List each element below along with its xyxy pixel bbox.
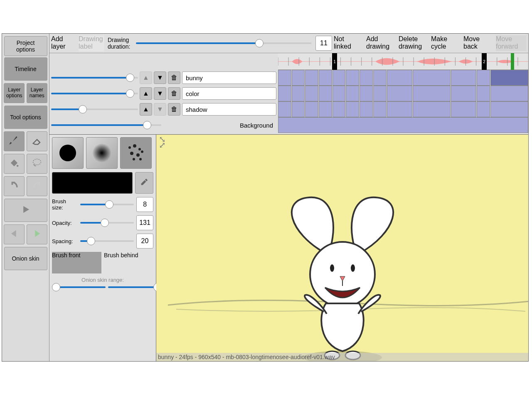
brush-size-slider[interactable] [80,204,134,205]
layer-opacity-slider-color[interactable] [51,93,138,94]
brush-order-row: Brush front Brush behind [52,252,153,273]
arrow-down-icon: ▼ [157,74,163,81]
brush-size-label: Brush size: [52,198,78,211]
svg-point-0 [17,165,19,167]
arrow-up-icon: ▲ [143,106,149,113]
opacity-slider[interactable] [80,222,134,224]
brush-tool-button[interactable] [4,131,25,151]
move-back-button[interactable]: Move back [463,35,494,51]
tool-options-button[interactable]: Tool options [4,106,47,129]
onion-after-slider[interactable] [108,286,162,288]
layer-opacity-slider-background[interactable] [51,124,161,126]
layer-opacity-slider-shadow[interactable] [51,108,138,110]
playhead[interactable] [511,53,514,70]
app-frame: Project options Timeline Layer options L… [2,33,529,362]
arrow-down-icon: ▼ [157,90,163,97]
layer-down-button-bunny[interactable]: ▼ [154,71,166,84]
timeline-body: ▲ ▼ 🗑 bunny ▲ ▼ 🗑 color [49,53,528,134]
play-icon [20,204,32,217]
drawing-duration-label: Drawing duration: [106,37,132,50]
onion-skin-button[interactable]: Onion skin [4,247,47,270]
layer-up-button-color[interactable]: ▲ [140,87,152,100]
status-bar: bunny - 24fps - 960x540 - mb-0803-longti… [156,353,528,361]
main: Project options Timeline Layer options L… [2,34,528,361]
svg-point-37 [330,264,334,272]
color-swatch[interactable] [52,172,133,194]
drawing-duration-value[interactable]: 11 [315,36,332,51]
make-cycle-button[interactable]: Make cycle [431,35,462,51]
drawing-duration-slider[interactable] [136,42,311,44]
eraser-icon [31,135,43,148]
expand-icon[interactable]: ⤡⤢ [159,136,165,148]
background-label: Background [163,122,276,129]
opacity-value[interactable]: 131 [136,215,153,230]
audio-waveform-row[interactable]: /*placeholder*/ [278,53,528,70]
next-frame-button[interactable] [27,224,47,244]
frames-row-shadow[interactable] [278,101,528,117]
svg-point-29 [138,148,141,150]
layer-options-button[interactable]: Layer options [4,83,25,103]
layer-down-button-color[interactable]: ▼ [154,87,166,100]
timeline-header: Add layer Drawing label Drawing duration… [49,34,528,53]
layer-name-input-bunny[interactable]: bunny [182,71,276,84]
prev-frame-button[interactable] [4,224,25,244]
trash-icon: 🗑 [171,74,177,81]
frames-row-bunny[interactable] [278,70,528,86]
layer-up-button-shadow[interactable]: ▲ [140,103,152,116]
drawing-label-button[interactable]: Drawing label [79,35,104,51]
brush-behind-button[interactable]: Brush behind [104,252,153,273]
lower-area: Brush size: 8 Opacity: 131 Spacing: 20 [49,135,528,361]
layer-delete-button-bunny[interactable]: 🗑 [168,71,180,84]
not-linked-button[interactable]: Not linked [334,35,365,51]
brush-front-button[interactable]: Brush front [52,252,101,273]
layer-name-input-shadow[interactable]: shadow [182,103,276,116]
timeline-right[interactable]: /*placeholder*/ [278,53,528,134]
spacing-slider[interactable] [80,240,134,242]
marker-2[interactable]: 2 [482,53,487,70]
layer-delete-button-color[interactable]: 🗑 [168,87,180,100]
layer-name-input-color[interactable]: color [182,87,276,100]
timeline-left: ▲ ▼ 🗑 bunny ▲ ▼ 🗑 color [49,53,278,134]
layer-delete-button-shadow[interactable]: 🗑 [168,103,180,116]
brush-texture-tile[interactable] [120,137,152,169]
trash-icon: 🗑 [171,90,177,97]
marker-1[interactable]: 1 [332,53,337,70]
prev-icon [8,228,20,241]
lasso-tool-button[interactable] [27,154,47,174]
svg-point-33 [133,158,135,160]
layer-names-button[interactable]: Layer names [27,83,47,103]
arrow-down-icon: ▼ [157,106,163,113]
layer-row-shadow: ▲ ▼ 🗑 shadow [49,101,278,117]
frames-row-color[interactable] [278,86,528,101]
svg-point-30 [130,152,133,155]
delete-drawing-button[interactable]: Delete drawing [399,35,429,51]
layer-opacity-slider-bunny[interactable] [51,77,138,79]
svg-point-27 [128,146,131,149]
frames-row-background[interactable] [278,117,528,133]
undo-button[interactable] [4,176,25,196]
add-drawing-button[interactable]: Add drawing [366,35,397,51]
redo-button[interactable] [27,176,47,196]
brush-size-value[interactable]: 8 [136,197,153,212]
spacing-value[interactable]: 20 [136,234,153,249]
layer-row-background: Background [49,117,278,133]
eraser-tool-button[interactable] [27,131,47,151]
next-icon [31,228,43,241]
play-button[interactable] [4,199,47,222]
onion-before-slider[interactable] [52,286,106,288]
brush-hard-tile[interactable] [52,137,84,169]
eyedropper-icon [140,177,149,188]
timeline-button[interactable]: Timeline [4,57,47,81]
brush-soft-tile[interactable] [86,137,118,169]
spacing-label: Spacing: [52,238,78,244]
fill-tool-button[interactable] [4,154,25,174]
svg-point-34 [139,158,142,160]
project-options-button[interactable]: Project options [4,36,47,56]
undo-icon [8,180,20,192]
add-layer-button[interactable]: Add layer [51,35,77,51]
layer-row-bunny: ▲ ▼ 🗑 bunny [49,70,278,86]
onion-skin-range-label: Onion skin range: [52,277,153,283]
move-forward-button: Move forward [496,35,527,51]
eyedropper-button[interactable] [135,172,153,194]
canvas[interactable]: ⤡⤢ [156,135,528,361]
